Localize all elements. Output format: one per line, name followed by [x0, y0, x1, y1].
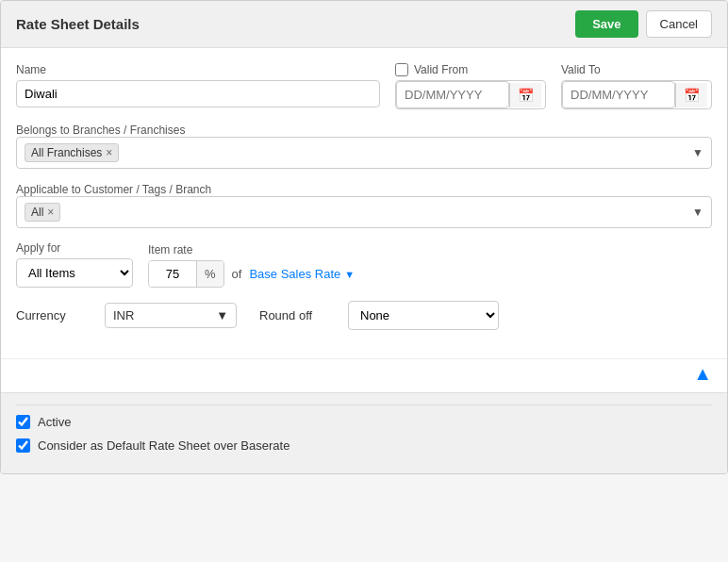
- currency-select[interactable]: INR ▼: [105, 303, 237, 328]
- apply-section: Apply for All Items Selected Items Item …: [16, 241, 712, 288]
- scroll-up-button[interactable]: ▲: [693, 363, 712, 385]
- branches-tag: All Franchises ×: [25, 143, 119, 162]
- valid-to-calendar-icon[interactable]: 📅: [675, 83, 707, 107]
- valid-from-label-row: Valid From: [395, 63, 546, 76]
- modal-title: Rate Sheet Details: [16, 16, 140, 32]
- item-rate-input-wrapper: %: [148, 260, 224, 288]
- default-checkbox-row: Consider as Default Rate Sheet over Base…: [16, 438, 712, 453]
- item-rate-input[interactable]: [149, 261, 196, 287]
- apply-for-group: Apply for All Items Selected Items: [16, 241, 133, 288]
- customers-tags: All ×: [25, 203, 692, 222]
- cancel-button[interactable]: Cancel: [646, 10, 712, 38]
- currency-roundoff-row: Currency INR ▼ Round off None Round Roun…: [16, 301, 712, 330]
- base-rate-arrow-icon: ▼: [344, 269, 355, 280]
- roundoff-label: Round off: [259, 308, 325, 322]
- active-label[interactable]: Active: [38, 415, 71, 429]
- base-rate-link[interactable]: Base Sales Rate ▼: [249, 267, 355, 281]
- customers-label: Applicable to Customer / Tags / Branch: [16, 183, 211, 196]
- roundoff-select[interactable]: None Round Round Up Round Down: [348, 301, 499, 330]
- name-label: Name: [16, 63, 380, 76]
- footer-section: Active Consider as Default Rate Sheet ov…: [1, 392, 727, 473]
- rate-sheet-modal: Rate Sheet Details Save Cancel Name Vali…: [0, 0, 728, 474]
- valid-from-group: Valid From 📅: [395, 63, 546, 109]
- customers-multiselect[interactable]: All × ▼: [16, 196, 712, 228]
- branches-tag-remove[interactable]: ×: [106, 146, 112, 159]
- branches-label: Belongs to Branches / Franchises: [16, 124, 185, 137]
- branches-row: Belongs to Branches / Franchises All Fra…: [16, 123, 712, 169]
- valid-to-label: Valid To: [561, 63, 712, 76]
- item-rate-label: Item rate: [148, 243, 355, 256]
- apply-for-label: Apply for: [16, 241, 133, 255]
- valid-from-label: Valid From: [414, 63, 468, 76]
- branches-multiselect[interactable]: All Franchises × ▼: [16, 137, 712, 169]
- branches-tags: All Franchises ×: [25, 143, 692, 162]
- currency-label: Currency: [16, 308, 82, 322]
- valid-from-input[interactable]: [396, 81, 509, 108]
- valid-to-group: Valid To 📅: [561, 63, 712, 109]
- name-input[interactable]: [16, 80, 380, 107]
- active-checkbox-row: Active: [16, 415, 712, 429]
- percent-symbol: %: [196, 261, 223, 287]
- branches-dropdown-arrow: ▼: [692, 146, 703, 159]
- valid-from-calendar-icon[interactable]: 📅: [509, 83, 541, 107]
- currency-value: INR: [113, 308, 134, 322]
- name-date-row: Name Valid From 📅 Valid To 📅: [16, 63, 712, 109]
- base-rate-text: Base Sales Rate: [249, 267, 340, 281]
- default-label[interactable]: Consider as Default Rate Sheet over Base…: [38, 438, 290, 453]
- currency-dropdown-arrow: ▼: [216, 308, 228, 322]
- customers-row: Applicable to Customer / Tags / Branch A…: [16, 182, 712, 228]
- default-rate-sheet-checkbox[interactable]: [16, 438, 30, 453]
- customers-tag: All ×: [25, 203, 60, 222]
- active-checkbox[interactable]: [16, 415, 30, 429]
- name-group: Name: [16, 63, 380, 107]
- modal-body: Name Valid From 📅 Valid To 📅: [1, 48, 727, 358]
- valid-to-input[interactable]: [562, 81, 675, 108]
- valid-from-checkbox[interactable]: [395, 63, 408, 76]
- modal-header: Rate Sheet Details Save Cancel: [1, 1, 727, 48]
- item-rate-row: % of Base Sales Rate ▼: [148, 260, 355, 288]
- branches-tag-text: All Franchises: [31, 146, 102, 159]
- of-label: of: [232, 267, 242, 281]
- header-buttons: Save Cancel: [575, 10, 712, 38]
- customers-dropdown-arrow: ▼: [692, 206, 703, 219]
- scroll-up-area: ▲: [1, 358, 727, 392]
- footer-divider: [16, 405, 712, 405]
- customers-tag-text: All: [31, 206, 43, 219]
- item-rate-group: Item rate % of Base Sales Rate ▼: [148, 243, 355, 288]
- valid-from-input-wrapper: 📅: [395, 80, 546, 109]
- apply-for-select[interactable]: All Items Selected Items: [16, 258, 133, 288]
- valid-to-input-wrapper: 📅: [561, 80, 712, 109]
- customers-tag-remove[interactable]: ×: [47, 206, 54, 219]
- save-button[interactable]: Save: [575, 10, 637, 38]
